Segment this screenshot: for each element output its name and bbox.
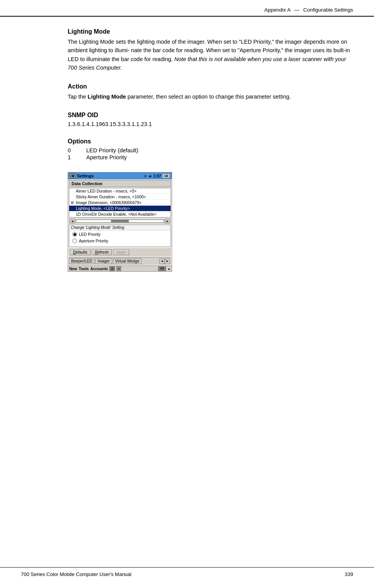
list-item-0[interactable]: Aimer LED Duration - msecs, <0> bbox=[69, 188, 171, 194]
radio-option-led[interactable]: LED Priority bbox=[72, 232, 167, 237]
windows-icon: ⊞ bbox=[70, 173, 75, 179]
snmp-value: 1.3.6.1.4.1.1963.15.3.3.3.1.1.23.1 bbox=[68, 121, 353, 127]
scroll-right-arrow[interactable]: ► bbox=[165, 219, 170, 223]
expand-icon-2: ⊞ bbox=[71, 201, 75, 205]
options-title: Options bbox=[68, 138, 353, 145]
section-options: Options 0 LED Priority (default) 1 Apert… bbox=[68, 138, 353, 160]
device-screenshot: ⊞ Settings ≈ ◄ 1:37 ok Data Collection A… bbox=[68, 172, 172, 272]
taskbar: New Tools Accounts ▤ ▤ ⌨ ▲ bbox=[68, 266, 172, 271]
titlebar-right: ≈ ◄ 1:37 ok bbox=[144, 174, 170, 178]
list-item-1[interactable]: Sticky Aimer Duration - msecs, <1000> bbox=[69, 194, 171, 200]
refresh-underline: R bbox=[95, 250, 98, 254]
action-body: Tap the Lighting Mode parameter, then se… bbox=[68, 92, 353, 101]
radio-option-aperture[interactable]: Aperture Priority bbox=[72, 239, 167, 243]
volume-icon: ◄ bbox=[148, 174, 152, 178]
header-chapter: Configurable Settings bbox=[303, 7, 353, 13]
list-item-text-3: Lighting Mode, <LED Priority> bbox=[76, 206, 130, 211]
list-item-4[interactable]: 1D OmniDir Decode Enable, <Not Available… bbox=[69, 211, 171, 217]
list-item-2[interactable]: ⊞ Image Dimension, <000639000479> bbox=[69, 200, 171, 206]
tab-nav-left[interactable]: ◄ bbox=[159, 259, 165, 264]
tab-virtual-wedge[interactable]: Virtual Wedge bbox=[113, 258, 142, 264]
buttons-row: Defaults Refresh Apply bbox=[69, 248, 171, 256]
action-title: Action bbox=[68, 83, 353, 90]
list-item-text-4: 1D OmniDir Decode Enable, <Not Available… bbox=[76, 212, 157, 216]
radio-aperture-label: Aperture Priority bbox=[79, 239, 108, 243]
option-row-0: 0 LED Priority (default) bbox=[68, 147, 353, 153]
tab-beeper-led[interactable]: Beeper/LED bbox=[69, 258, 94, 264]
radio-led-label: LED Priority bbox=[79, 232, 101, 237]
lighting-mode-body: The Lighting Mode sets the lighting mode… bbox=[68, 37, 353, 72]
page-footer: 700 Series Color Mobile Computer User's … bbox=[0, 567, 374, 577]
taskbar-arrow-up: ▲ bbox=[167, 267, 171, 271]
tab-nav-right[interactable]: ► bbox=[165, 259, 170, 264]
tab-virtual-wedge-label: Virtual Wedge bbox=[115, 259, 139, 263]
data-collection-label: Data Collection bbox=[72, 181, 102, 186]
taskbar-icon-2[interactable]: ▤ bbox=[116, 266, 121, 271]
option-label-1: Aperture Priority bbox=[86, 154, 127, 160]
apply-label: Apply bbox=[116, 250, 126, 254]
defaults-rest: efaults bbox=[76, 250, 87, 254]
radio-group: LED Priority Aperture Priority bbox=[69, 230, 171, 247]
header-emdash: — bbox=[294, 7, 300, 13]
tab-nav-arrows: ◄ ► bbox=[159, 259, 170, 264]
list-item-3[interactable]: Lighting Mode, <LED Priority> bbox=[69, 206, 171, 211]
action-bold-word: Lighting Mode bbox=[88, 94, 126, 100]
main-content: Lighting Mode The Lighting Mode sets the… bbox=[0, 17, 374, 303]
taskbar-new[interactable]: New bbox=[69, 267, 77, 271]
device-titlebar: ⊞ Settings ≈ ◄ 1:37 ok bbox=[68, 172, 172, 179]
scroll-left-arrow[interactable]: ◄ bbox=[70, 219, 75, 223]
option-num-1: 1 bbox=[68, 154, 79, 160]
lighting-mode-title: Lighting Mode bbox=[68, 28, 353, 35]
footer-left: 700 Series Color Mobile Computer User's … bbox=[21, 571, 131, 577]
list-area: Aimer LED Duration - msecs, <0> Sticky A… bbox=[69, 188, 171, 218]
apply-button[interactable]: Apply bbox=[113, 249, 129, 255]
tab-imager-label: Imager bbox=[97, 259, 109, 263]
options-list: 0 LED Priority (default) 1 Aperture Prio… bbox=[68, 147, 353, 160]
ok-button[interactable]: ok bbox=[162, 174, 170, 178]
change-setting-box: Change 'Lighting Mode' Setting LED Prior… bbox=[69, 225, 171, 247]
list-item-text-2: Image Dimension, <000639000479> bbox=[76, 200, 142, 205]
header-appendix: Appendix A bbox=[264, 7, 290, 13]
section-action: Action Tap the Lighting Mode parameter, … bbox=[68, 83, 353, 101]
section-lighting-mode: Lighting Mode The Lighting Mode sets the… bbox=[68, 28, 353, 72]
list-item-text-0: Aimer LED Duration - msecs, <0> bbox=[76, 189, 137, 193]
page-header: Appendix A — Configurable Settings bbox=[0, 0, 374, 17]
refresh-button[interactable]: Refresh bbox=[92, 249, 112, 255]
snmp-title: SNMP OID bbox=[68, 112, 353, 119]
list-scroll: ◄ ► bbox=[69, 218, 171, 224]
option-num-0: 0 bbox=[68, 147, 79, 153]
tab-beeper-led-label: Beeper/LED bbox=[71, 259, 92, 263]
signal-icon: ≈ bbox=[144, 174, 147, 178]
taskbar-accounts[interactable]: Accounts bbox=[91, 267, 108, 271]
defaults-button[interactable]: Defaults bbox=[70, 249, 91, 255]
option-row-1: 1 Aperture Priority bbox=[68, 154, 353, 160]
scroll-thumb bbox=[111, 220, 128, 222]
tab-imager[interactable]: Imager bbox=[95, 258, 112, 264]
footer-right: 339 bbox=[345, 571, 353, 577]
option-label-0: LED Priority (default) bbox=[86, 147, 138, 153]
change-setting-title: Change 'Lighting Mode' Setting bbox=[69, 225, 171, 230]
list-item-text-1: Sticky Aimer Duration - msecs, <1000> bbox=[76, 194, 146, 199]
radio-aperture-circle[interactable] bbox=[72, 239, 77, 243]
data-collection-bar: Data Collection bbox=[69, 180, 171, 187]
radio-led-circle[interactable] bbox=[72, 232, 77, 237]
section-snmp: SNMP OID 1.3.6.1.4.1.1963.15.3.3.3.1.1.2… bbox=[68, 112, 353, 127]
taskbar-tools[interactable]: Tools bbox=[79, 267, 89, 271]
taskbar-keyboard[interactable]: ⌨ bbox=[158, 266, 166, 271]
time-display: 1:37 bbox=[153, 174, 161, 178]
scroll-track bbox=[76, 220, 164, 223]
app-name: Settings bbox=[77, 174, 94, 178]
refresh-rest: efresh bbox=[98, 250, 109, 254]
titlebar-left: ⊞ Settings bbox=[70, 173, 94, 179]
tab-bar: Beeper/LED Imager Virtual Wedge ◄ ► bbox=[69, 257, 171, 265]
taskbar-icon-1[interactable]: ▤ bbox=[109, 266, 115, 271]
